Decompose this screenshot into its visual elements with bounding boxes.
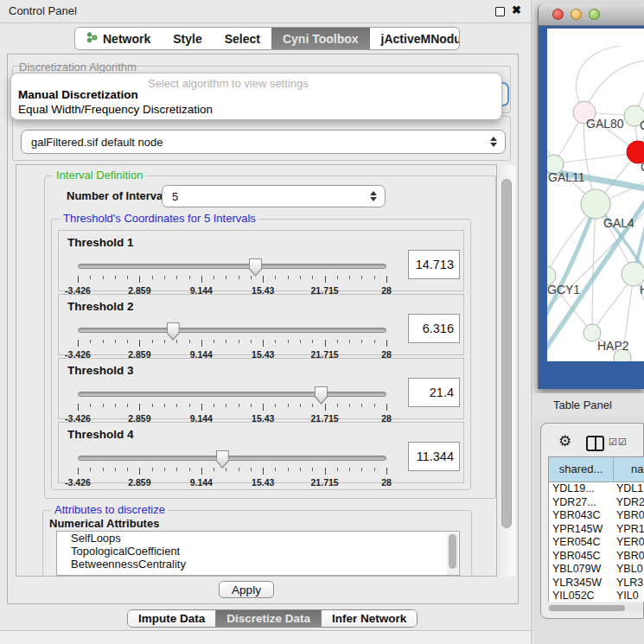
table-hscrollbar[interactable] bbox=[548, 604, 643, 611]
slider-thumb[interactable] bbox=[167, 322, 180, 341]
slider-tick bbox=[201, 276, 202, 283]
table-cell[interactable]: YIL052C bbox=[549, 590, 614, 602]
table-cell[interactable]: YBL079W bbox=[549, 563, 614, 577]
panel-splitter[interactable] bbox=[531, 0, 532, 644]
table-row[interactable]: YBR043CYBR0 bbox=[549, 509, 644, 523]
threshold-value-field[interactable]: 6.316 bbox=[408, 314, 460, 343]
tab-impute-data[interactable]: Impute Data bbox=[128, 610, 216, 627]
table-row[interactable]: YPR145WYPR1 bbox=[549, 523, 644, 537]
tab-jactivemnodules[interactable]: jActiveMNodules bbox=[370, 28, 460, 49]
slider-tick bbox=[176, 276, 177, 279]
minimize-traffic-light-icon[interactable] bbox=[571, 9, 582, 20]
slider-tick bbox=[189, 468, 190, 471]
apply-button[interactable]: Apply bbox=[219, 581, 274, 598]
table-cell[interactable]: YDR27... bbox=[549, 496, 614, 510]
network-view-window[interactable]: GAL80 G C GAL11 GAL4 GCY1 H HAP2 bbox=[538, 3, 644, 389]
tab-cyni-toolbox[interactable]: Cyni Toolbox bbox=[271, 28, 370, 49]
attribute-list-item[interactable]: SelfLoops bbox=[57, 532, 459, 545]
panel-scrollbar[interactable] bbox=[499, 165, 515, 577]
table-cell[interactable]: YER054C bbox=[549, 536, 614, 550]
number-of-intervals-combobox[interactable]: 5 bbox=[162, 185, 386, 207]
table-row[interactable]: YIL052CYIL0 bbox=[549, 590, 644, 602]
checkbox-icon[interactable]: ☑ bbox=[609, 437, 617, 448]
table-cell[interactable]: YBR043C bbox=[549, 509, 614, 523]
table-cell[interactable]: YPR145W bbox=[549, 523, 614, 537]
list-scrollbar-thumb[interactable] bbox=[449, 534, 456, 569]
slider-tick bbox=[176, 340, 177, 343]
threshold-slider[interactable]: -3.4262.8599.14415.4321.71528 bbox=[78, 385, 386, 419]
zoom-traffic-light-icon[interactable] bbox=[589, 9, 600, 20]
slider-thumb[interactable] bbox=[315, 386, 328, 405]
table-hscrollbar-thumb[interactable] bbox=[549, 605, 625, 611]
threshold-value-field[interactable]: 14.713 bbox=[408, 250, 460, 279]
table-row[interactable]: YDL19...YDL1 bbox=[549, 482, 644, 496]
table-row[interactable]: YBR045CYBR0 bbox=[549, 550, 644, 564]
split-columns-icon[interactable] bbox=[586, 436, 604, 451]
table-row[interactable]: YLR345WYLR3 bbox=[549, 577, 644, 590]
table-header-row: shared... na bbox=[549, 457, 644, 482]
table-cell[interactable]: YPR1 bbox=[614, 523, 644, 537]
table-data-combobox[interactable]: galFiltered.sif default node bbox=[21, 130, 506, 154]
slider-tick-labels: -3.4262.8599.14415.4321.71528 bbox=[78, 477, 386, 488]
tab-infer-network[interactable]: Infer Network bbox=[322, 610, 417, 627]
slider-tick-label: 9.144 bbox=[190, 477, 213, 488]
spinner-arrows-icon[interactable] bbox=[490, 137, 497, 147]
column-header-name[interactable]: na bbox=[614, 457, 644, 481]
slider-track[interactable] bbox=[78, 392, 386, 397]
close-traffic-light-icon[interactable] bbox=[552, 9, 564, 20]
spinner-arrows-icon[interactable] bbox=[370, 191, 377, 201]
table-cell[interactable]: YBR045C bbox=[549, 550, 614, 564]
node-label: G bbox=[640, 118, 644, 132]
threshold-slider[interactable]: -3.4262.8599.14415.4321.71528 bbox=[78, 257, 386, 291]
slider-tick bbox=[251, 276, 252, 279]
tab-style[interactable]: Style bbox=[162, 28, 213, 49]
close-icon[interactable]: ✖ bbox=[512, 3, 521, 16]
attributes-list-items: SelfLoopsTopologicalCoefficientBetweenne… bbox=[57, 532, 459, 571]
tab-select[interactable]: Select bbox=[214, 28, 271, 49]
column-header-shared[interactable]: shared... bbox=[549, 457, 614, 481]
node-gal4[interactable] bbox=[581, 189, 610, 219]
slider-tick bbox=[103, 404, 104, 407]
gear-icon[interactable]: ⚙ bbox=[558, 432, 571, 450]
table-cell[interactable]: YBL0 bbox=[614, 563, 643, 577]
network-canvas[interactable]: GAL80 G C GAL11 GAL4 GCY1 H HAP2 bbox=[547, 29, 644, 361]
dropdown-option-manual[interactable]: Manual Discretization bbox=[18, 88, 138, 101]
table-row[interactable]: YBL079WYBL0 bbox=[549, 563, 644, 577]
slider-thumb[interactable] bbox=[249, 258, 262, 277]
tab-discretize-data[interactable]: Discretize Data bbox=[216, 610, 322, 627]
slider-thumb[interactable] bbox=[216, 450, 229, 469]
table-cell[interactable]: YDL1 bbox=[614, 482, 643, 496]
dropdown-option-equal-width[interactable]: Equal Width/Frequency Discretization bbox=[18, 103, 213, 116]
checkbox-icon[interactable]: ☑ bbox=[618, 437, 627, 448]
slider-tick bbox=[349, 276, 350, 279]
table-cell[interactable]: YBR0 bbox=[614, 550, 644, 564]
tab-network[interactable]: Network bbox=[75, 28, 162, 49]
slider-tick-label: 2.859 bbox=[128, 477, 150, 488]
attribute-list-item[interactable]: BetweennessCentrality bbox=[57, 558, 459, 571]
numerical-attributes-list[interactable]: SelfLoopsTopologicalCoefficientBetweenne… bbox=[56, 531, 460, 576]
table-cell[interactable]: YIL0 bbox=[614, 590, 639, 602]
table-row[interactable]: YDR27...YDR2 bbox=[549, 496, 644, 510]
threshold-row-2: Threshold 2 -3.4262.8599.14415.4321.7152… bbox=[58, 294, 464, 355]
table-cell[interactable]: YER0 bbox=[614, 536, 644, 550]
float-window-icon[interactable] bbox=[495, 7, 505, 16]
table-cell[interactable]: YLR3 bbox=[614, 577, 643, 590]
slider-track[interactable] bbox=[78, 328, 386, 333]
slider-tick bbox=[226, 276, 226, 279]
slider-track[interactable] bbox=[78, 264, 386, 269]
table-cell[interactable]: YBR0 bbox=[614, 509, 644, 523]
slider-track[interactable] bbox=[78, 456, 386, 461]
panel-scrollbar-thumb[interactable] bbox=[501, 179, 512, 528]
network-window-titlebar[interactable] bbox=[539, 3, 644, 26]
list-scrollbar[interactable] bbox=[447, 532, 458, 576]
table-cell[interactable]: YDL19... bbox=[549, 482, 614, 496]
table-cell[interactable]: YDR2 bbox=[614, 496, 644, 510]
table-row[interactable]: YER054CYER0 bbox=[549, 536, 644, 550]
slider-tick bbox=[127, 340, 128, 343]
attribute-list-item[interactable]: TopologicalCoefficient bbox=[57, 545, 459, 558]
table-cell[interactable]: YLR345W bbox=[549, 577, 614, 590]
threshold-slider[interactable]: -3.4262.8599.14415.4321.71528 bbox=[78, 321, 386, 355]
threshold-slider[interactable]: -3.4262.8599.14415.4321.71528 bbox=[78, 449, 386, 483]
threshold-value-field[interactable]: 11.344 bbox=[408, 442, 460, 471]
threshold-value-field[interactable]: 21.4 bbox=[408, 378, 460, 407]
